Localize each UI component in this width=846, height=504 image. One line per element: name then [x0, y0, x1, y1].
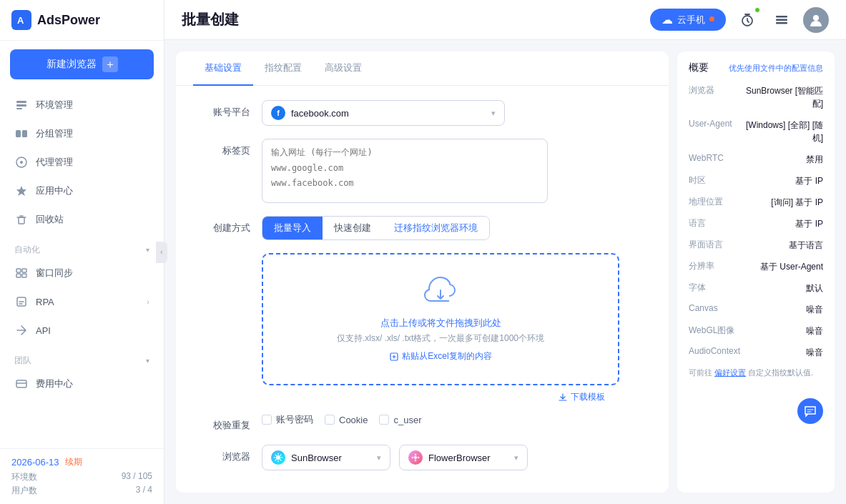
svg-rect-2 — [16, 101, 26, 103]
svg-rect-3 — [16, 104, 26, 107]
sidebar-item-group-manage[interactable]: 分组管理 — [0, 119, 164, 148]
sidebar-item-proxy-manage[interactable]: 代理管理 — [0, 148, 164, 177]
form-tabs: 基础设置 指纹配置 高级设置 — [176, 51, 669, 86]
summary-key: 界面语言 — [689, 239, 739, 251]
c-user-checkbox[interactable] — [379, 415, 389, 425]
tab-row: 标签页 — [193, 139, 651, 203]
upload-text: 点击上传或将文件拖拽到此处 — [380, 317, 501, 330]
sidebar-item-api[interactable]: API — [0, 316, 164, 345]
plus-icon: ＋ — [102, 56, 118, 72]
tab-basic[interactable]: 基础设置 — [193, 51, 253, 86]
platform-value: facebook.com — [291, 108, 486, 119]
summary-footer: 可前往 偏好设置 自定义指纹默认值. — [689, 367, 823, 378]
billing-icon — [14, 377, 29, 391]
app-center-icon — [14, 184, 29, 198]
summary-key: WebRTC — [689, 153, 739, 163]
summary-key: 地理位置 — [689, 196, 739, 208]
sidebar-item-env-manage[interactable]: 环境管理 — [0, 91, 164, 119]
main-area: 批量创建 ☁ 云手机 — [164, 0, 846, 504]
cloud-phone-button[interactable]: ☁ 云手机 — [650, 9, 726, 31]
env-manage-icon — [14, 98, 29, 112]
preferences-link[interactable]: 偏好设置 — [714, 368, 746, 377]
footer-stats: 环境数 93 / 105 用户数 3 / 4 — [11, 471, 152, 497]
summary-key: 字体 — [689, 282, 739, 294]
tab-advanced[interactable]: 高级设置 — [313, 51, 373, 86]
paste-link[interactable]: 粘贴从Excel复制的内容 — [389, 350, 491, 362]
summary-val: [询问] 基于 IP — [771, 196, 823, 209]
page-title: 批量创建 — [182, 10, 239, 29]
verify-row: 校验重复 账号密码 Cookie c_user — [193, 413, 651, 432]
migrate-tab[interactable]: 迁移指纹浏览器环境 — [383, 217, 489, 239]
svg-rect-13 — [16, 274, 21, 277]
rpa-label: RPA — [36, 297, 54, 307]
summary-val: 噪音 — [806, 346, 823, 359]
window-sync-icon — [14, 266, 29, 280]
summary-val: SunBrowser [智能匹配] — [744, 84, 823, 110]
svg-marker-9 — [16, 186, 26, 196]
svg-rect-18 — [776, 16, 787, 18]
svg-point-23 — [276, 455, 280, 460]
quick-create-tab[interactable]: 快速创建 — [323, 217, 383, 239]
tab-url-input[interactable] — [262, 139, 548, 203]
sidebar-item-rpa[interactable]: RPA › — [0, 287, 164, 316]
summary-val: 禁用 — [806, 153, 823, 166]
user-count-label: 用户数 — [11, 485, 37, 497]
summary-key: User-Agent — [689, 119, 739, 129]
summary-key: 分辨率 — [689, 260, 739, 272]
sun-browser-icon — [271, 450, 285, 465]
svg-rect-5 — [16, 130, 21, 137]
tab-fingerprint[interactable]: 指纹配置 — [253, 51, 313, 86]
platform-select[interactable]: f facebook.com ▾ — [262, 100, 505, 126]
summary-header: 概要 优先使用文件中的配置信息 — [689, 61, 823, 74]
svg-rect-10 — [19, 217, 24, 224]
summary-val: 噪音 — [806, 303, 823, 316]
account-pwd-checkbox[interactable] — [262, 415, 272, 425]
verify-account-pwd[interactable]: 账号密码 — [262, 413, 313, 426]
svg-rect-14 — [22, 274, 26, 277]
timer-status-dot — [754, 7, 760, 13]
upload-area[interactable]: 点击上传或将文件拖拽到此处 仅支持.xlsx/ .xls/ .txt格式，一次最… — [262, 253, 619, 385]
summary-key: 浏览器 — [689, 84, 739, 97]
sidebar-item-app-center[interactable]: 应用中心 — [0, 177, 164, 205]
svg-rect-16 — [16, 380, 26, 387]
summary-row: 浏览器 SunBrowser [智能匹配] — [689, 84, 823, 110]
summary-key: AudioContext — [689, 346, 739, 356]
svg-point-25 — [415, 454, 417, 456]
sidebar-collapse-button[interactable]: ‹ — [156, 242, 167, 263]
create-method-row: 创建方式 批量导入 快速创建 迁移指纹浏览器环境 — [193, 216, 651, 240]
verify-c-user[interactable]: c_user — [379, 415, 421, 425]
browser-row: 浏览器 SunBrowser ▾ — [193, 445, 651, 470]
sidebar-item-recycle[interactable]: 回收站 — [0, 205, 164, 234]
list-view-button[interactable] — [769, 7, 795, 33]
sidebar-item-billing[interactable]: 费用中心 — [0, 370, 164, 398]
avatar[interactable] — [803, 7, 829, 33]
automation-chevron: ▾ — [146, 246, 149, 254]
browser-selects: SunBrowser ▾ FlowerBrowser ▾ — [262, 445, 528, 470]
team-chevron: ▾ — [146, 357, 149, 365]
renew-link[interactable]: 续期 — [65, 456, 82, 468]
cloud-upload-icon — [423, 276, 458, 311]
platform-chevron-icon: ▾ — [491, 109, 496, 118]
verify-cookie[interactable]: Cookie — [325, 415, 368, 425]
summary-row: 分辨率 基于 User-Agent — [689, 260, 823, 273]
summary-row: AudioContext 噪音 — [689, 346, 823, 359]
summary-row: WebGL图像 噪音 — [689, 325, 823, 337]
sun-browser-select[interactable]: SunBrowser ▾ — [262, 445, 390, 470]
summary-row: 时区 基于 IP — [689, 174, 823, 187]
logo-icon: A — [11, 10, 31, 30]
new-browser-button[interactable]: 新建浏览器 ＋ — [10, 49, 154, 79]
summary-row: 地理位置 [询问] 基于 IP — [689, 196, 823, 209]
summary-val: 噪音 — [806, 325, 823, 337]
download-template-link[interactable]: 下载模板 — [558, 391, 651, 403]
batch-import-tab[interactable]: 批量导入 — [262, 217, 323, 239]
form-body: 账号平台 f facebook.com ▾ 标签页 创建方式 批 — [176, 86, 669, 493]
tab-label: 标签页 — [193, 139, 250, 157]
summary-row: 语言 基于 IP — [689, 217, 823, 230]
chat-button[interactable] — [797, 398, 823, 424]
automation-section: 自动化 ▾ — [0, 234, 164, 259]
sidebar-item-window-sync[interactable]: 窗口同步 — [0, 259, 164, 287]
cookie-checkbox[interactable] — [325, 415, 335, 425]
cloud-phone-label: 云手机 — [677, 14, 705, 26]
flower-browser-select[interactable]: FlowerBrowser ▾ — [399, 445, 528, 470]
header: 批量创建 ☁ 云手机 — [164, 0, 846, 40]
